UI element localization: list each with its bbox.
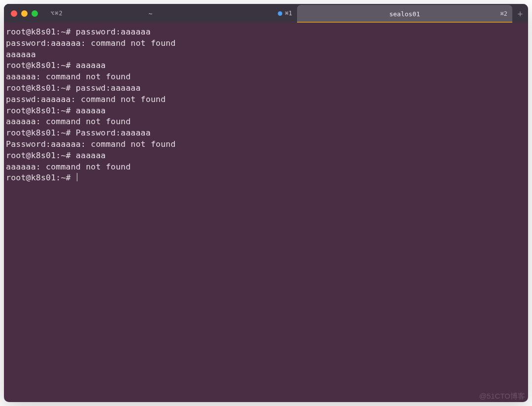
- terminal-line: root@k8s01:~# aaaaaa: [6, 106, 106, 115]
- tab-active[interactable]: sealos01 ⌘2: [297, 5, 512, 23]
- terminal-line: root@k8s01:~# Password:aaaaaa: [6, 128, 151, 137]
- zoom-icon[interactable]: [32, 10, 38, 17]
- close-icon[interactable]: [11, 10, 17, 17]
- tab-inactive[interactable]: ⌥⌘2 ~ ⌘1: [4, 4, 297, 23]
- terminal-line: aaaaaa: command not found: [6, 72, 131, 81]
- activity-indicator-icon: [278, 11, 282, 16]
- window-controls: [4, 10, 44, 17]
- terminal-content[interactable]: root@k8s01:~# password:aaaaaa password:a…: [4, 23, 528, 402]
- pane-title: ~: [149, 10, 153, 17]
- tab-label: sealos01: [389, 10, 420, 18]
- terminal-window: ⌥⌘2 ~ ⌘1 sealos01 ⌘2 + root@k8s01:~# pas…: [4, 4, 528, 402]
- terminal-line: passwd:aaaaaa: command not found: [6, 95, 166, 104]
- tab-hotkey: ⌘2: [500, 10, 507, 17]
- terminal-line: root@k8s01:~# passwd:aaaaaa: [6, 83, 141, 93]
- terminal-line: password:aaaaaa: command not found: [6, 38, 176, 48]
- terminal-line: Password:aaaaaa: command not found: [6, 139, 176, 149]
- title-bar: ⌥⌘2 ~ ⌘1 sealos01 ⌘2 +: [4, 4, 528, 23]
- tab-strip: sealos01 ⌘2 +: [297, 4, 528, 23]
- pane-status: ⌘1: [278, 10, 292, 17]
- minimize-icon[interactable]: [21, 10, 28, 17]
- terminal-line: aaaaaa: [6, 50, 36, 59]
- terminal-line: root@k8s01:~# password:aaaaaa: [6, 27, 151, 36]
- plus-icon: +: [518, 8, 523, 19]
- watermark: @51CTO博客: [479, 392, 525, 401]
- cursor-icon: [77, 173, 77, 181]
- current-prompt: root@k8s01:~#: [6, 173, 77, 182]
- terminal-line: root@k8s01:~# aaaaaa: [6, 151, 106, 160]
- new-tab-button[interactable]: +: [512, 4, 528, 23]
- terminal-line: aaaaaa: command not found: [6, 162, 131, 171]
- pane-status-hotkey: ⌘1: [285, 10, 292, 17]
- terminal-line: aaaaaa: command not found: [6, 117, 131, 126]
- pane-hotkey: ⌥⌘2: [51, 10, 63, 17]
- terminal-line: root@k8s01:~# aaaaaa: [6, 61, 106, 70]
